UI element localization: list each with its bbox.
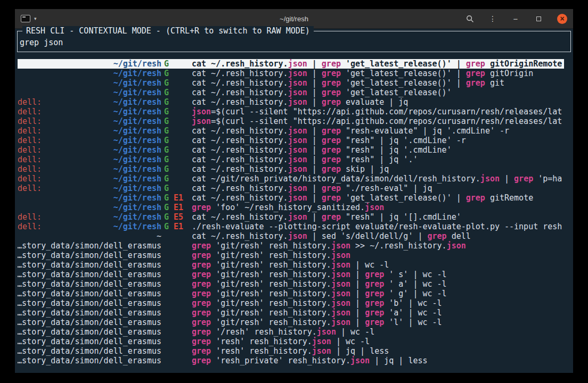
- row-context: …story_data/simon/dell_erasmus: [18, 318, 162, 327]
- history-row[interactable]: dell:~/git/reshGcat ~/.resh_history.json…: [18, 145, 564, 155]
- query-match: json: [331, 251, 350, 260]
- history-row[interactable]: …story_data/simon/dell_erasmusgrep 'resh…: [18, 337, 564, 346]
- flag-g: G: [164, 203, 169, 212]
- status-flags: [162, 327, 192, 337]
- history-row[interactable]: ~/git/reshGcat ~/.resh_history.json | gr…: [18, 69, 564, 78]
- command-text: grep 'git/resh' resh_history.json | grep…: [192, 298, 564, 308]
- status-flags: G: [162, 88, 192, 97]
- command-text: grep 'git/resh' resh_history.json | grep…: [192, 289, 564, 298]
- command-segment: >> ~/.resh_history.: [350, 241, 447, 251]
- history-row[interactable]: dell:~/git/reshGcat ~/git/resh_private/h…: [18, 174, 564, 184]
- status-flags: G E1: [162, 222, 192, 231]
- path-label: ~/git/resh: [113, 184, 161, 193]
- query-match: json: [331, 308, 350, 318]
- history-row[interactable]: dell:~/git/reshG E1./resh-evaluate --plo…: [18, 222, 564, 231]
- query-match: grep: [322, 88, 341, 97]
- path-label: ~/git/resh: [113, 164, 161, 174]
- query-match: grep: [192, 203, 211, 212]
- history-row[interactable]: dell:~/git/reshGcat ~/.resh_history.json…: [18, 126, 564, 136]
- command-segment: 'git/resh' resh_history.: [211, 289, 331, 298]
- history-row[interactable]: ~/git/reshGcat ~/.resh_history.json | gr…: [18, 88, 564, 97]
- status-flags: [162, 251, 192, 260]
- row-context: dell:~/git/resh: [18, 184, 162, 193]
- path-label: ~/git/resh: [113, 222, 161, 231]
- status-flags: [162, 298, 192, 308]
- history-row[interactable]: …story_data/simon/dell_erasmusgrep '/res…: [18, 327, 564, 337]
- minimize-button[interactable]: −: [511, 14, 520, 23]
- path-label: ~/git/resh: [113, 88, 161, 97]
- history-row[interactable]: …story_data/simon/dell_erasmusgrep 'resh…: [18, 356, 564, 365]
- search-button[interactable]: [466, 14, 474, 23]
- command-text: cat ~/.resh_history.json | grep 'get_lat…: [192, 69, 564, 78]
- history-row[interactable]: ~/git/reshG E1cat ~/.resh_history.json |…: [18, 193, 564, 203]
- history-row[interactable]: dell:~/git/reshG E5cat ~/.resh_history.j…: [18, 212, 564, 222]
- query-match: grep: [466, 78, 485, 88]
- command-segment: |: [350, 298, 365, 308]
- restore-button[interactable]: [534, 14, 543, 23]
- query-match: json: [288, 231, 307, 241]
- command-segment: cat ~/.resh_history.: [192, 126, 288, 136]
- host-label: dell:: [18, 222, 42, 231]
- history-row[interactable]: …story_data/simon/dell_erasmusgrep 'git/…: [18, 308, 564, 318]
- flag-g: G: [164, 155, 169, 164]
- history-row[interactable]: …story_data/simon/dell_erasmusgrep 'git/…: [18, 260, 564, 270]
- history-row[interactable]: dell:~/git/reshGcat ~/.resh_history.json…: [18, 136, 564, 145]
- row-context: …story_data/simon/dell_erasmus: [18, 337, 162, 346]
- close-button[interactable]: ×: [557, 14, 567, 24]
- query-match: grep: [322, 69, 341, 78]
- row-context: dell:~/git/resh: [18, 145, 162, 155]
- command-text: cat ~/.resh_history.json | grep "resh" |…: [192, 145, 564, 155]
- query-match: grep: [322, 193, 341, 203]
- command-segment: 'a' | wc -l: [384, 308, 442, 318]
- host-label: dell:: [18, 174, 42, 184]
- history-row[interactable]: …story_data/simon/dell_erasmusgrep 'git/…: [18, 318, 564, 327]
- history-row[interactable]: dell:~/git/reshGcat ~/.resh_history.json…: [18, 164, 564, 174]
- history-row[interactable]: dell:~/git/reshGcat ~/.resh_history.json…: [18, 155, 564, 164]
- command-segment: cat ~/.resh_history.: [192, 155, 288, 164]
- history-row[interactable]: ~cat ~/.resh_history.json | sed 's/dell/…: [18, 231, 564, 241]
- command-segment: 'git/resh' resh_history.: [211, 270, 331, 279]
- command-segment: ' s' | wc -l: [384, 270, 446, 279]
- status-flags: G: [162, 116, 192, 126]
- history-row[interactable]: dell:~/git/reshGcat ~/.resh_history.json…: [18, 97, 564, 107]
- command-segment: =$(curl --silent "https://api.github.com…: [211, 107, 562, 116]
- query-match: json: [288, 155, 307, 164]
- history-row[interactable]: …story_data/simon/dell_erasmusgrep 'git/…: [18, 270, 564, 279]
- menu-button[interactable]: ⋮: [488, 14, 497, 23]
- query-match: json: [192, 107, 211, 116]
- history-row[interactable]: ~/git/reshG E1grep 'foo' ~/resh_history_…: [18, 203, 564, 212]
- command-segment: cat ~/.resh_history.: [192, 145, 288, 155]
- command-segment: ' g' | wc -l: [384, 289, 446, 298]
- path-label: …story_data/simon/dell_erasmus: [18, 327, 161, 337]
- status-flags: G: [162, 155, 192, 164]
- command-segment: | jq | less: [370, 356, 427, 365]
- history-row[interactable]: …story_data/simon/dell_erasmusgrep 'resh…: [18, 346, 564, 356]
- new-terminal-button[interactable]: ▾: [21, 15, 37, 22]
- command-segment: 'foo' ~/resh_history_sanitized.: [211, 203, 365, 212]
- history-row[interactable]: …story_data/simon/dell_erasmusgrep 'git/…: [18, 279, 564, 289]
- command-text: grep 'git/resh' resh_history.json | grep…: [192, 270, 564, 279]
- history-row[interactable]: dell:~/git/reshGjson=$(curl --silent "ht…: [18, 116, 564, 126]
- command-segment: cat ~/.resh_history.: [192, 88, 288, 97]
- history-row[interactable]: …story_data/simon/dell_erasmusgrep 'git/…: [18, 241, 564, 251]
- command-segment: cat ~/.resh_history.: [192, 78, 288, 88]
- history-row[interactable]: dell:~/git/reshGjson=$(curl --silent "ht…: [18, 107, 564, 116]
- history-row[interactable]: ~/git/reshGcat ~/.resh_history.json | gr…: [18, 78, 564, 88]
- query-match: grep: [322, 145, 341, 155]
- command-segment: | wc -l: [336, 327, 374, 337]
- command-segment: 'git/resh' resh_history.: [211, 241, 331, 251]
- flag-g: G: [164, 59, 169, 69]
- history-row[interactable]: …story_data/simon/dell_erasmusgrep 'git/…: [18, 289, 564, 298]
- history-row[interactable]: …story_data/simon/dell_erasmusgrep 'git/…: [18, 251, 564, 260]
- command-segment: 'get_latest_release()' |: [341, 59, 466, 69]
- command-segment: |: [307, 184, 322, 193]
- path-label: ~/git/resh: [113, 107, 161, 116]
- row-context: dell:~/git/resh: [18, 126, 162, 136]
- query-match: json: [312, 346, 331, 356]
- history-row[interactable]: ~/git/reshGcat ~/.resh_history.json | gr…: [18, 59, 564, 69]
- command-segment: "./resh-eval" | jq: [341, 184, 432, 193]
- row-context: …story_data/simon/dell_erasmus: [18, 270, 162, 279]
- history-row[interactable]: dell:~/git/reshGcat ~/.resh_history.json…: [18, 184, 564, 193]
- command-segment: git: [485, 78, 504, 88]
- history-row[interactable]: …story_data/simon/dell_erasmusgrep 'git/…: [18, 298, 564, 308]
